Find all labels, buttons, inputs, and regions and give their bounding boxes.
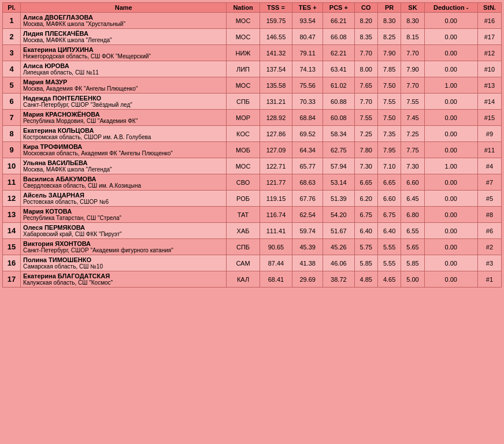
pr-cell: 6.60	[377, 191, 401, 207]
co-cell: 6.40	[354, 223, 377, 239]
nation-cell: МОБ	[227, 142, 260, 158]
pl-cell: 13	[3, 207, 21, 223]
athlete-name-main: Василиса АБАКУМОВА	[23, 176, 224, 182]
co-cell: 6.20	[354, 191, 377, 207]
pcs-cell: 53.14	[323, 174, 355, 191]
nation-cell: МОС	[227, 13, 260, 29]
name-cell: Мария КРАСНОЖЁНОВАРеспублика Мордовия, С…	[21, 110, 227, 126]
header-pr: PR	[377, 3, 401, 13]
athlete-name-main: Екатерина ЦИПУХИНА	[23, 46, 224, 53]
nation-cell: ЛИП	[227, 61, 260, 77]
pr-cell: 8.30	[377, 13, 401, 29]
tss-cell: 141.32	[260, 45, 292, 61]
name-cell: Екатерина ЦИПУХИНАНижегородская область,…	[21, 45, 227, 61]
pl-cell: 14	[3, 223, 21, 239]
pcs-cell: 51.39	[323, 191, 355, 207]
nation-cell: ТАТ	[227, 207, 260, 223]
pl-cell: 6	[3, 94, 21, 110]
stn-cell: #4	[477, 158, 501, 174]
pcs-cell: 60.88	[323, 94, 355, 110]
tes-cell: 80.47	[292, 29, 323, 45]
sk-cell: 6.60	[401, 174, 424, 191]
tes-cell: 74.13	[292, 61, 323, 77]
pcs-cell: 60.08	[323, 110, 355, 126]
stn-cell: #8	[477, 207, 501, 223]
name-cell: Лидия ПЛЕСКАЧЁВАМосква, МАФКК школа "Лег…	[21, 29, 227, 45]
name-cell: Василиса АБАКУМОВАСвердловская область, …	[21, 174, 227, 191]
deduction-cell: 0.00	[424, 142, 477, 158]
co-cell: 7.70	[354, 94, 377, 110]
table-row: 13Мария КОТОВАРеспублика Татарстан, СШ "…	[3, 207, 502, 223]
co-cell: 7.30	[354, 158, 377, 174]
header-nation: Nation	[227, 3, 260, 13]
tss-cell: 128.92	[260, 110, 292, 126]
pl-cell: 10	[3, 158, 21, 174]
pcs-cell: 62.21	[323, 45, 355, 61]
tss-cell: 119.15	[260, 191, 292, 207]
stn-cell: #7	[477, 174, 501, 191]
table-row: 9Кира ТРОФИМОВАМосковская область, Акаде…	[3, 142, 502, 158]
deduction-cell: 0.00	[424, 13, 477, 29]
pr-cell: 6.65	[377, 174, 401, 191]
athlete-name-sub: Москва, МАФКК школа "Хрустальный"	[23, 21, 224, 27]
table-row: 4Алиса ЮРОВАЛипецкая область, СШ №11ЛИП1…	[3, 61, 502, 77]
stn-cell: #13	[477, 77, 501, 94]
athlete-name-main: Полина ТИМОШЕНКО	[23, 256, 224, 263]
athlete-name-sub: Калужская область, СШ "Космос"	[23, 279, 224, 286]
athlete-name-sub: Москва, МАФКК школа "Легенда"	[23, 37, 224, 43]
tes-cell: 45.39	[292, 239, 323, 255]
table-row: 3Екатерина ЦИПУХИНАНижегородская область…	[3, 45, 502, 61]
pl-cell: 7	[3, 110, 21, 126]
co-cell: 7.70	[354, 45, 377, 61]
sk-cell: 7.70	[401, 77, 424, 94]
pcs-cell: 66.08	[323, 29, 355, 45]
co-cell: 5.75	[354, 239, 377, 255]
athlete-name-sub: Москва, МАФКК школа "Легенда"	[23, 166, 224, 173]
pl-cell: 17	[3, 271, 21, 288]
header-sk: SK	[401, 3, 424, 13]
athlete-name-sub: Костромская область, СШОР им. А.В. Голуб…	[23, 134, 224, 140]
tes-cell: 68.63	[292, 174, 323, 191]
tss-cell: 135.58	[260, 77, 292, 94]
pr-cell: 8.25	[377, 29, 401, 45]
pr-cell: 5.55	[377, 255, 401, 271]
co-cell: 7.65	[354, 77, 377, 94]
tes-cell: 67.76	[292, 191, 323, 207]
deduction-cell: 0.00	[424, 271, 477, 288]
nation-cell: МОС	[227, 158, 260, 174]
athlete-name-main: Мария КРАСНОЖЁНОВА	[23, 111, 224, 118]
tss-cell: 121.77	[260, 174, 292, 191]
nation-cell: СВО	[227, 174, 260, 191]
athlete-name-main: Кира ТРОФИМОВА	[23, 143, 224, 150]
athlete-name-sub: Хабаровский край, СШ ФКК "Пируэт"	[23, 231, 224, 237]
sk-cell: 7.25	[401, 126, 424, 142]
stn-cell: #15	[477, 110, 501, 126]
nation-cell: САМ	[227, 255, 260, 271]
pcs-cell: 54.20	[323, 207, 355, 223]
deduction-cell: 0.00	[424, 207, 477, 223]
deduction-cell: 0.00	[424, 61, 477, 77]
tss-cell: 127.86	[260, 126, 292, 142]
results-table: Pl. Name Nation TSS = TES + PCS + CO PR …	[2, 2, 502, 288]
header-pcs: PCS +	[323, 3, 355, 13]
athlete-name-sub: Московская область, Академия ФК "Ангелы …	[23, 150, 224, 156]
pr-cell: 7.50	[377, 77, 401, 94]
nation-cell: МОС	[227, 77, 260, 94]
pcs-cell: 46.06	[323, 255, 355, 271]
pcs-cell: 51.67	[323, 223, 355, 239]
pr-cell: 6.40	[377, 223, 401, 239]
stn-cell: #1	[477, 271, 501, 288]
deduction-cell: 0.00	[424, 110, 477, 126]
pcs-cell: 45.26	[323, 239, 355, 255]
co-cell: 6.65	[354, 174, 377, 191]
name-cell: Виктория ЯХОНТОВАСанкт-Петербург, СШОР "…	[21, 239, 227, 255]
tes-cell: 70.33	[292, 94, 323, 110]
co-cell: 4.85	[354, 271, 377, 288]
pl-cell: 12	[3, 191, 21, 207]
tes-cell: 62.54	[292, 207, 323, 223]
table-row: 15Виктория ЯХОНТОВАСанкт-Петербург, СШОР…	[3, 239, 502, 255]
pcs-cell: 38.72	[323, 271, 355, 288]
name-cell: Надежда ПОНТЕЛЕЕНКОСанкт-Петербург, СШОР…	[21, 94, 227, 110]
table-row: 14Олеся ПЕРМЯКОВАХабаровский край, СШ ФК…	[3, 223, 502, 239]
pcs-cell: 58.34	[323, 126, 355, 142]
